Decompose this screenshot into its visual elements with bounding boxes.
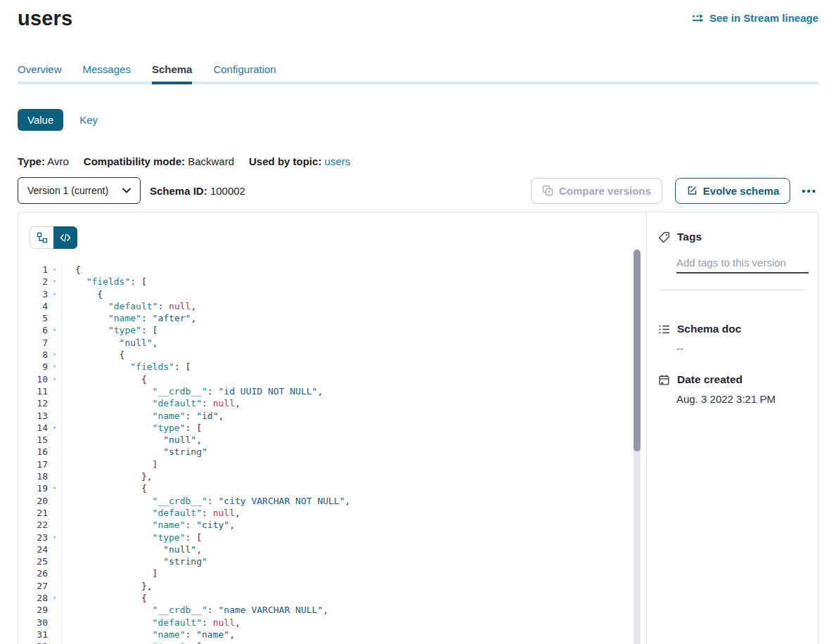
fold-spacer [48, 337, 61, 349]
code-line: 23▾"type": [ [18, 532, 646, 543]
fold-spacer [48, 519, 61, 531]
line-number: 10 [18, 373, 48, 385]
schema-page: users See in Stream lineage Overview Mes… [0, 0, 836, 644]
fold-arrow-icon[interactable]: ▾ [48, 422, 61, 434]
code-line: 17] [18, 458, 646, 470]
tab-overview[interactable]: Overview [18, 64, 62, 82]
editor-scrollbar-thumb[interactable] [634, 250, 641, 451]
code-text: "type": [ [61, 324, 646, 336]
schema-doc-value: -- [676, 342, 806, 354]
tab-messages[interactable]: Messages [83, 64, 131, 82]
line-number: 3 [18, 288, 48, 300]
fold-arrow-icon[interactable]: ▾ [48, 288, 61, 300]
line-number: 5 [18, 312, 48, 324]
value-toggle-button[interactable]: Value [18, 109, 63, 131]
meta-type: Type: Avro [18, 155, 69, 167]
code-line: 4"default": null, [18, 300, 646, 312]
schema-meta-row: Type: Avro Compatibility mode: Backward … [18, 155, 818, 167]
fold-spacer [48, 397, 61, 409]
code-editor-lines[interactable]: 1▾{2▾"fields": [3▾{4"default": null,5"na… [18, 264, 646, 644]
more-actions-button[interactable]: ••• [800, 182, 818, 200]
topic-link[interactable]: users [325, 155, 351, 167]
fold-arrow-icon[interactable]: ▾ [48, 373, 61, 385]
fold-arrow-icon[interactable]: ▾ [48, 264, 61, 276]
code-text: "type": [ [61, 640, 646, 644]
code-line: 5"name": "after", [18, 312, 646, 324]
tab-configuration[interactable]: Configuration [213, 64, 276, 82]
fold-arrow-icon[interactable]: ▾ [48, 324, 61, 336]
line-number: 25 [18, 555, 48, 567]
fold-arrow-icon[interactable]: ▾ [48, 361, 61, 373]
schema-panel: 1▾{2▾"fields": [3▾{4"default": null,5"na… [18, 212, 818, 644]
code-line: 16"string" [18, 446, 646, 458]
compare-versions-button[interactable]: Compare versions [531, 178, 662, 204]
code-text: "__crdb__": "city VARCHAR NOT NULL", [61, 495, 646, 507]
line-number: 32 [18, 640, 48, 644]
line-number: 11 [18, 385, 48, 397]
tree-view-button[interactable] [30, 226, 53, 249]
code-text: { [61, 349, 646, 361]
tree-view-icon [37, 232, 48, 243]
line-number: 29 [18, 604, 48, 616]
line-number: 20 [18, 495, 48, 507]
evolve-schema-button[interactable]: Evolve schema [675, 178, 790, 204]
code-text: }, [61, 580, 646, 592]
fold-arrow-icon[interactable]: ▾ [48, 592, 61, 604]
lineage-icon [692, 13, 705, 23]
line-number: 30 [18, 617, 48, 629]
line-number: 16 [18, 446, 48, 458]
schema-sidebar: Tags Schema doc -- [646, 212, 818, 644]
fold-arrow-icon[interactable]: ▾ [48, 482, 61, 494]
code-line: 8▾{ [18, 349, 646, 361]
code-text: ] [61, 567, 646, 579]
fold-spacer [48, 555, 61, 567]
code-line: 7"null", [18, 337, 646, 349]
code-line: 30"default": null, [18, 617, 646, 629]
key-toggle-link[interactable]: Key [79, 114, 98, 126]
line-number: 1 [18, 264, 48, 276]
code-line: 1▾{ [18, 264, 646, 276]
code-line: 11"__crdb__": "id UUID NOT NULL", [18, 385, 646, 397]
active-tab-underline [152, 82, 193, 84]
code-line: 21"default": null, [18, 507, 646, 519]
fold-spacer [48, 495, 61, 507]
code-text: { [61, 288, 646, 300]
code-line: 14▾"type": [ [18, 422, 646, 434]
code-text: "null", [61, 434, 646, 446]
fold-arrow-icon[interactable]: ▾ [48, 276, 61, 288]
line-number: 21 [18, 507, 48, 519]
code-text: }, [61, 470, 646, 482]
line-number: 12 [18, 397, 48, 409]
tab-schema[interactable]: Schema [152, 64, 193, 82]
fold-spacer [48, 434, 61, 446]
fold-arrow-icon[interactable]: ▾ [48, 349, 61, 361]
editor-scrollbar[interactable] [634, 250, 641, 644]
fold-spacer [48, 543, 61, 555]
fold-arrow-icon[interactable]: ▾ [48, 640, 61, 644]
code-view-button[interactable] [53, 226, 77, 249]
chevron-down-icon [122, 188, 131, 193]
line-number: 31 [18, 629, 48, 640]
version-row: Version 1 (current) Schema ID: 100002 Co… [18, 177, 818, 204]
fold-spacer [48, 604, 61, 616]
line-number: 7 [18, 337, 48, 349]
fold-spacer [48, 507, 61, 519]
line-number: 4 [18, 300, 48, 312]
fold-spacer [48, 312, 61, 324]
schema-doc-section: Schema doc -- [658, 323, 806, 354]
version-select[interactable]: Version 1 (current) [18, 177, 141, 204]
fold-spacer [48, 385, 61, 397]
line-number: 8 [18, 349, 48, 361]
code-text: { [61, 482, 646, 494]
code-text: "string" [61, 446, 646, 458]
fold-spacer [48, 458, 61, 470]
fold-arrow-icon[interactable]: ▾ [48, 532, 61, 543]
code-text: "type": [ [61, 422, 646, 434]
code-text: "__crdb__": "id UUID NOT NULL", [61, 385, 646, 397]
meta-compatibility: Compatibility mode: Backward [84, 155, 234, 167]
tags-input[interactable] [676, 257, 809, 273]
line-number: 19 [18, 482, 48, 494]
code-text: "default": null, [61, 507, 646, 519]
stream-lineage-link[interactable]: See in Stream lineage [692, 0, 818, 24]
code-text: "null", [61, 543, 646, 555]
